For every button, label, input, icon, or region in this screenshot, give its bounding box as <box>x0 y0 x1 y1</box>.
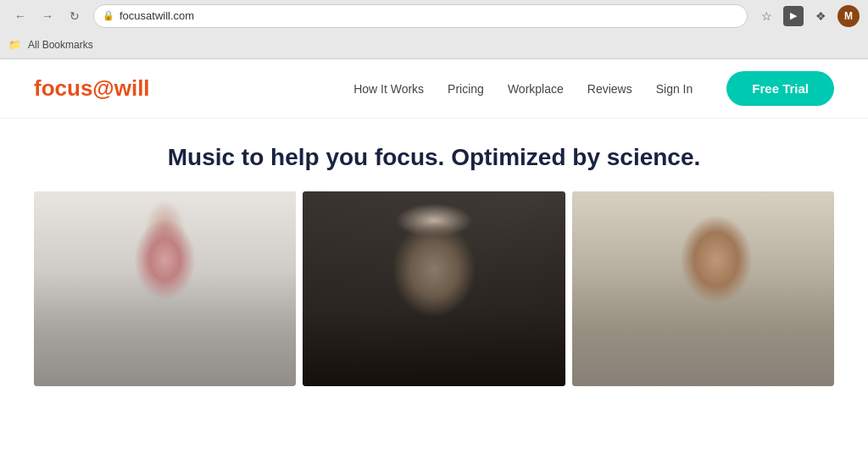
browser-top-bar: ← → ↻ 🔒 focusatwill.com ☆ ▶ ❖ M <box>0 0 868 31</box>
website-content: focus@will How It Works Pricing Workplac… <box>0 59 868 459</box>
site-logo[interactable]: focus@will <box>34 75 150 102</box>
nav-reviews[interactable]: Reviews <box>587 82 632 96</box>
star-button[interactable]: ☆ <box>754 4 778 28</box>
profile-icon[interactable]: M <box>837 5 860 27</box>
browser-chrome: ← → ↻ 🔒 focusatwill.com ☆ ▶ ❖ M 📁 All Bo… <box>0 0 868 59</box>
hero-image-man-earphones <box>572 191 834 386</box>
hero-image-woman <box>34 191 296 386</box>
browser-action-icons: ☆ ▶ ❖ M <box>754 4 860 28</box>
url-text: focusatwill.com <box>120 9 194 22</box>
extensions-button[interactable]: ❖ <box>809 4 832 28</box>
lock-icon: 🔒 <box>103 10 114 21</box>
back-button[interactable]: ← <box>8 4 32 28</box>
site-nav: focus@will How It Works Pricing Workplac… <box>0 59 868 119</box>
free-trial-button[interactable]: Free Trial <box>726 71 834 106</box>
bookmark-folder-icon: 📁 <box>8 39 21 51</box>
address-bar[interactable]: 🔒 focusatwill.com <box>93 4 748 28</box>
media-button[interactable]: ▶ <box>783 6 804 26</box>
nav-pricing[interactable]: Pricing <box>448 82 484 96</box>
hero-images-row <box>34 191 834 386</box>
hero-image-man-headphones <box>303 191 565 386</box>
hero-title: Music to help you focus. Optimized by sc… <box>34 144 834 171</box>
forward-button[interactable]: → <box>36 4 59 28</box>
nav-workplace[interactable]: Workplace <box>508 82 564 96</box>
nav-links: How It Works Pricing Workplace Reviews S… <box>353 82 693 96</box>
reload-button[interactable]: ↻ <box>63 4 86 28</box>
browser-nav-buttons: ← → ↻ <box>8 4 86 28</box>
nav-sign-in[interactable]: Sign In <box>656 82 693 96</box>
bookmarks-bar: 📁 All Bookmarks <box>0 31 868 58</box>
nav-how-it-works[interactable]: How It Works <box>353 82 424 96</box>
hero-section: Music to help you focus. Optimized by sc… <box>0 119 868 386</box>
all-bookmarks-label[interactable]: All Bookmarks <box>28 39 93 51</box>
